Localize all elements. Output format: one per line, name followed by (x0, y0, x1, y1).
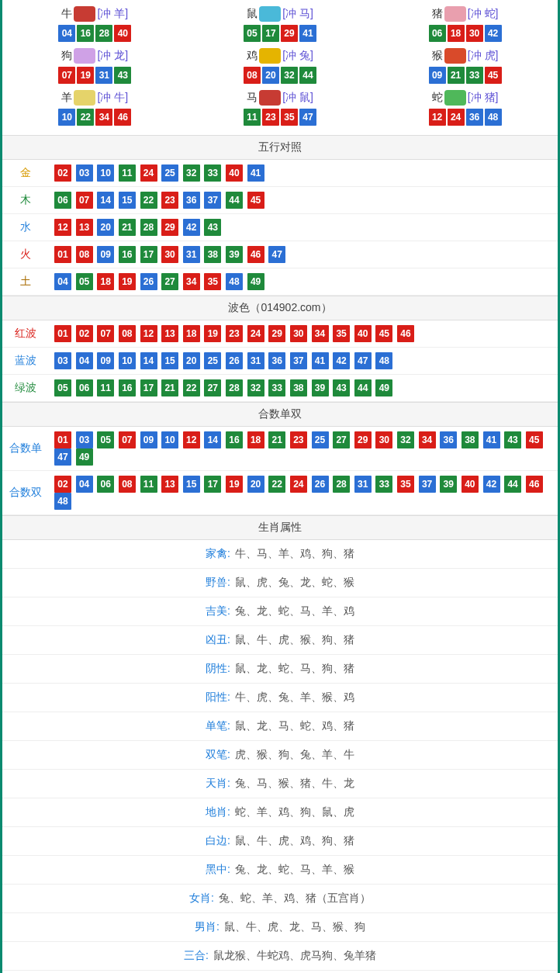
number-ball: 15 (119, 192, 136, 209)
number-ball: 36 (183, 192, 200, 209)
zodiac-clash: [冲 羊] (97, 7, 128, 21)
prop-key: 单笔: (206, 719, 230, 732)
zodiac-name: 鼠 (247, 7, 258, 21)
number-ball: 17 (204, 476, 221, 493)
number-ball: 34 (419, 431, 436, 448)
number-ball: 48 (226, 273, 243, 290)
number-ball: 35 (204, 273, 221, 290)
number-ball: 43 (333, 379, 350, 396)
prop-value: 兔、龙、蛇、马、羊、猴 (232, 863, 354, 875)
row-label: 金 (2, 160, 49, 187)
zodiac-cell: 蛇 [冲 猪] 12243648 (372, 87, 558, 129)
number-ball: 12 (429, 109, 446, 126)
number-ball: 20 (247, 476, 264, 493)
number-ball: 22 (77, 109, 94, 126)
number-ball: 07 (76, 192, 93, 209)
zodiac-clash: [冲 猪] (468, 91, 499, 105)
prop-key: 阳性: (206, 691, 230, 703)
zodiac-balls: 12243648 (372, 109, 558, 126)
number-ball: 02 (54, 476, 71, 493)
number-ball: 09 (97, 352, 114, 369)
number-ball: 31 (354, 476, 372, 493)
number-ball: 21 (119, 219, 136, 236)
number-ball: 23 (290, 431, 307, 448)
number-ball: 17 (140, 246, 157, 263)
number-ball: 35 (333, 325, 350, 342)
number-ball: 04 (58, 25, 75, 42)
number-ball: 12 (140, 325, 157, 342)
zodiac-balls: 08203244 (188, 67, 373, 84)
zodiac-balls: 05172941 (188, 25, 373, 42)
number-ball: 02 (76, 325, 93, 342)
zodiac-clash: [冲 鼠] (282, 91, 313, 105)
number-ball: 37 (204, 192, 221, 209)
number-ball: 11 (97, 379, 114, 396)
props-row: 女肖: 兔、蛇、羊、鸡、猪（五宫肖） (2, 885, 558, 913)
number-ball: 46 (526, 476, 543, 493)
number-ball: 41 (312, 352, 329, 369)
number-ball: 08 (76, 246, 93, 263)
number-ball: 30 (466, 25, 483, 42)
number-ball: 38 (461, 431, 479, 448)
number-ball: 24 (290, 476, 307, 493)
zodiac-name: 鸡 (247, 49, 258, 63)
prop-key: 野兽: (206, 576, 230, 588)
row-balls: 12 13 20 21 28 29 42 43 (49, 214, 558, 241)
number-ball: 45 (375, 325, 392, 342)
number-ball: 23 (161, 192, 178, 209)
prop-value: 鼠、牛、虎、猴、狗、猪 (232, 633, 354, 646)
number-ball: 14 (140, 352, 157, 369)
number-ball: 32 (397, 431, 414, 448)
number-ball: 36 (440, 431, 457, 448)
row-label: 水 (2, 214, 49, 241)
zodiac-icon (444, 48, 466, 64)
prop-key: 双笔: (206, 748, 230, 760)
number-ball: 43 (204, 219, 221, 236)
number-ball: 24 (247, 325, 264, 342)
row-balls: 01 08 09 16 17 30 31 38 39 46 47 (49, 241, 558, 268)
zodiac-cell: 狗 [冲 龙] 07193143 (2, 45, 188, 87)
number-ball: 16 (77, 25, 94, 42)
row-label: 火 (2, 241, 49, 268)
number-ball: 20 (262, 67, 279, 84)
number-ball: 41 (247, 164, 264, 182)
number-ball: 40 (114, 25, 131, 42)
row-balls: 04 05 18 19 26 27 34 35 48 49 (49, 268, 558, 296)
number-ball: 36 (268, 352, 285, 369)
number-ball: 33 (375, 476, 392, 493)
number-ball: 35 (397, 476, 414, 493)
prop-key: 凶丑: (206, 633, 230, 646)
prop-value: 虎、猴、狗、兔、羊、牛 (232, 748, 354, 760)
row-label: 合数双 (2, 471, 49, 515)
props-row: 阳性: 牛、虎、兔、羊、猴、鸡 (2, 684, 558, 712)
number-ball: 27 (204, 379, 221, 396)
number-ball: 23 (226, 325, 243, 342)
prop-value: 鼠龙猴、牛蛇鸡、虎马狗、兔羊猪 (210, 949, 376, 961)
number-ball: 43 (504, 431, 521, 448)
table-row: 水 12 13 20 21 28 29 42 43 (2, 214, 558, 241)
zodiac-clash: [冲 虎] (468, 49, 499, 63)
number-ball: 04 (76, 352, 93, 369)
zodiac-cell: 猴 [冲 虎] 09213345 (372, 45, 558, 87)
number-ball: 37 (419, 476, 436, 493)
prop-key: 地肖: (206, 805, 230, 818)
prop-key: 白边: (206, 834, 230, 847)
number-ball: 39 (440, 476, 457, 493)
number-ball: 41 (299, 25, 316, 42)
zodiac-cell: 马 [冲 鼠] 11233547 (188, 87, 373, 129)
zodiac-name: 牛 (61, 7, 72, 21)
props-row: 家禽: 牛、马、羊、鸡、狗、猪 (2, 540, 558, 569)
zodiac-cell: 猪 [冲 蛇] 06183042 (372, 3, 558, 45)
number-ball: 44 (354, 379, 372, 396)
number-ball: 47 (54, 448, 71, 466)
number-ball: 48 (485, 109, 502, 126)
prop-key: 三合: (184, 949, 209, 961)
wuxing-table: 金 02 03 10 11 24 25 32 33 40 41木 06 07 1… (2, 160, 558, 296)
number-ball: 02 (54, 164, 71, 182)
number-ball: 39 (312, 379, 329, 396)
number-ball: 13 (76, 219, 93, 236)
number-ball: 31 (95, 67, 112, 84)
number-ball: 44 (299, 67, 316, 84)
number-ball: 22 (268, 476, 285, 493)
number-ball: 49 (247, 273, 264, 290)
